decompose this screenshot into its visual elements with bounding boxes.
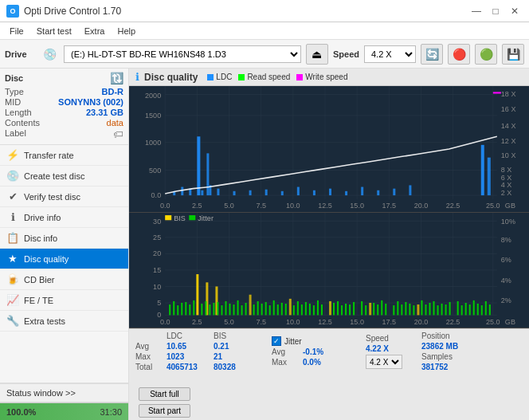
drive-icon: 💿: [40, 45, 59, 64]
svg-rect-159: [477, 304, 479, 315]
disc-label-icon: 🏷: [113, 128, 123, 140]
svg-rect-127: [321, 304, 323, 315]
svg-rect-128: [333, 303, 335, 315]
speed-stat-val: 4.22 X: [366, 344, 402, 353]
svg-text:25: 25: [153, 234, 161, 241]
close-button[interactable]: ✕: [507, 4, 523, 18]
menu-help[interactable]: Help: [111, 25, 142, 37]
svg-rect-149: [433, 301, 435, 315]
svg-text:2.5: 2.5: [192, 202, 202, 210]
eject-button[interactable]: ⏏: [306, 44, 328, 65]
svg-rect-124: [309, 304, 311, 315]
app-icon: O: [6, 5, 19, 18]
minimize-button[interactable]: —: [468, 4, 484, 18]
write-speed-color-box: [296, 74, 303, 80]
svg-text:20.0: 20.0: [414, 318, 429, 326]
svg-text:Jitter: Jitter: [198, 214, 214, 222]
chart-ldc: 2000 1500 1000 500 0.0 18 X 16 X 14 X 12…: [129, 86, 529, 213]
sidebar-item-transfer-rate[interactable]: ⚡ Transfer rate: [0, 145, 128, 166]
svg-rect-96: [185, 302, 186, 315]
svg-rect-89: [329, 301, 331, 315]
svg-rect-29: [329, 189, 331, 195]
maximize-button[interactable]: □: [488, 4, 504, 18]
legend-ldc: LDC: [207, 73, 232, 81]
svg-rect-100: [205, 301, 206, 315]
svg-text:7.5: 7.5: [256, 318, 266, 326]
svg-text:2.5: 2.5: [192, 318, 202, 326]
avg-label: Avg: [135, 342, 163, 351]
speed-stat-select[interactable]: 4.2 X: [366, 355, 402, 369]
sidebar-item-disc-quality[interactable]: ★ Disc quality: [0, 249, 128, 269]
svg-rect-122: [301, 304, 303, 315]
total-bis-val: 80328: [214, 363, 249, 371]
svg-text:BIS: BIS: [174, 214, 186, 222]
sidebar-item-label: Transfer rate: [24, 151, 74, 160]
speed-select[interactable]: 4.2 X: [364, 45, 416, 63]
status-window-button[interactable]: Status window >>: [0, 383, 128, 402]
sidebar-item-cd-bier[interactable]: 🍺 CD Bier: [0, 269, 128, 290]
disc-quality-header: ℹ Disc quality LDC Read speed Write spee…: [129, 69, 529, 86]
sidebar: Disc 🔃 Type BD-R MID SONYNN3 (002) Lengt…: [0, 69, 129, 420]
svg-rect-138: [381, 300, 382, 315]
disc-title: Disc: [5, 73, 23, 83]
drive-select[interactable]: (E:) HL-DT-ST BD-RE WH16NS48 1.D3: [64, 45, 301, 63]
svg-rect-126: [317, 300, 319, 315]
svg-text:5.0: 5.0: [224, 202, 234, 210]
svg-rect-145: [413, 305, 414, 315]
max-label: Max: [135, 352, 163, 361]
menu-extra[interactable]: Extra: [78, 25, 112, 37]
start-full-button[interactable]: Start full: [139, 387, 190, 401]
svg-text:1500: 1500: [145, 112, 161, 120]
chart-ldc-svg: 2000 1500 1000 500 0.0 18 X 16 X 14 X 12…: [129, 86, 529, 212]
sidebar-item-fe-te[interactable]: 📈 FE / TE: [0, 290, 128, 311]
avg-label2: Avg: [272, 347, 300, 356]
svg-rect-35: [197, 136, 200, 195]
avg-ldc-val: 10.65: [167, 342, 210, 351]
svg-rect-111: [253, 304, 255, 315]
svg-rect-154: [457, 301, 459, 315]
start-part-button[interactable]: Start part: [139, 404, 190, 418]
sidebar-item-create-test-disc[interactable]: 💿 Create test disc: [0, 166, 128, 186]
chart-bis: BIS Jitter 30 25 20 15 10 5 0 10% 8% 6% …: [129, 213, 529, 328]
svg-text:10.0: 10.0: [286, 318, 300, 326]
svg-rect-101: [209, 304, 210, 315]
svg-rect-148: [429, 303, 431, 315]
svg-text:16 X: 16 X: [501, 104, 516, 112]
disc-panel: Disc 🔃 Type BD-R MID SONYNN3 (002) Lengt…: [0, 69, 128, 145]
svg-rect-109: [241, 305, 243, 315]
settings-button[interactable]: 🔴: [448, 44, 470, 65]
svg-text:500: 500: [149, 166, 161, 174]
svg-text:6%: 6%: [501, 256, 511, 264]
svg-rect-137: [377, 304, 378, 315]
menu-file[interactable]: File: [3, 25, 30, 37]
read-speed-color-box: [238, 74, 245, 80]
jitter-checkbox[interactable]: ✓: [272, 336, 281, 346]
svg-rect-130: [341, 305, 343, 315]
svg-rect-113: [261, 304, 263, 315]
disc-info-icon: 📋: [6, 232, 19, 244]
svg-rect-143: [405, 302, 406, 315]
svg-rect-155: [461, 305, 463, 315]
save-button[interactable]: 💾: [502, 44, 524, 65]
speed-label: Speed: [333, 49, 359, 59]
sidebar-item-verify-test-disc[interactable]: ✔ Verify test disc: [0, 186, 128, 207]
refresh-button[interactable]: 🔄: [421, 44, 443, 65]
disc-label-label: Label: [5, 128, 26, 140]
green-button[interactable]: 🟢: [475, 44, 497, 65]
dq-title: Disc quality: [144, 72, 198, 83]
sidebar-item-drive-info[interactable]: ℹ Drive info: [0, 207, 128, 228]
svg-rect-88: [289, 299, 292, 316]
disc-mid-value: SONYNN3 (002): [58, 97, 123, 107]
svg-rect-157: [469, 304, 471, 315]
svg-text:8%: 8%: [501, 236, 511, 244]
svg-rect-165: [189, 215, 195, 220]
menu-start-test[interactable]: Start test: [30, 25, 78, 37]
svg-rect-131: [345, 304, 347, 315]
sidebar-item-disc-info[interactable]: 📋 Disc info: [0, 228, 128, 249]
disc-length-label: Length: [5, 108, 32, 117]
svg-rect-133: [353, 302, 355, 315]
sidebar-item-extra-tests[interactable]: 🔧 Extra tests: [0, 311, 128, 332]
svg-rect-90: [369, 303, 371, 315]
svg-rect-151: [441, 304, 443, 315]
disc-refresh-icon[interactable]: 🔃: [110, 72, 123, 84]
